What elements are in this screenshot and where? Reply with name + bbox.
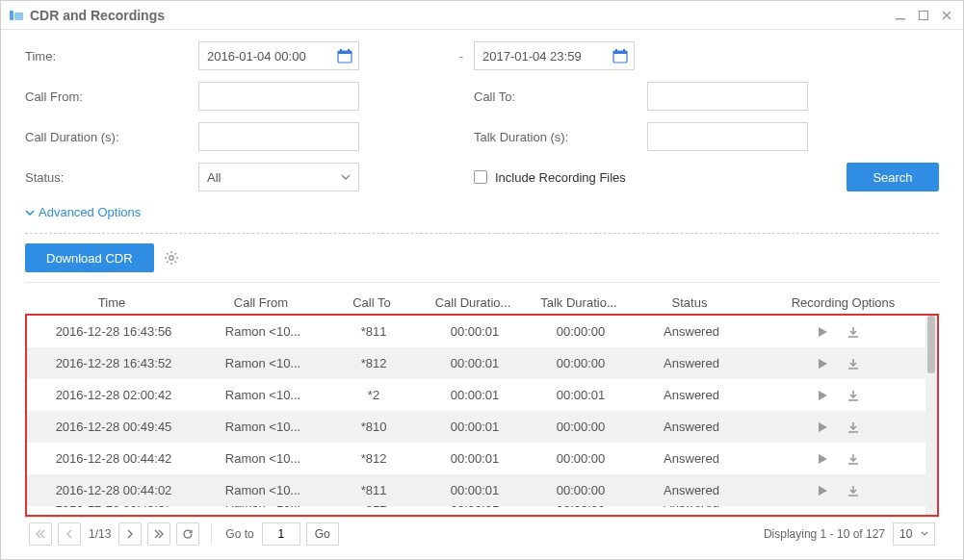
cell-call-from: Ramon <10... xyxy=(200,356,326,370)
play-recording-button[interactable] xyxy=(816,389,829,402)
search-button[interactable]: Search xyxy=(847,163,939,191)
cell-call-from: Ramon <10... xyxy=(200,324,326,339)
table-row[interactable]: 2016-12-28 00:49:45Ramon <10...*81000:00… xyxy=(27,411,925,443)
cell-talk-duration: 00:00:00 xyxy=(528,420,634,434)
chevron-down-icon xyxy=(341,174,351,180)
th-talk-duration[interactable]: Talk Duratio... xyxy=(526,295,632,310)
svg-line-20 xyxy=(167,262,169,264)
cell-call-to: *812 xyxy=(326,356,422,370)
cell-status: Answered xyxy=(634,388,749,402)
cell-status: Answered xyxy=(634,451,749,466)
cell-talk-duration: 00:00:00 xyxy=(528,324,634,339)
status-select-value: All xyxy=(207,170,221,185)
svg-rect-3 xyxy=(920,11,928,19)
include-recording-label: Include Recording Files xyxy=(495,170,626,185)
svg-rect-6 xyxy=(340,49,342,52)
title-bar: CDR and Recordings xyxy=(1,1,963,30)
play-recording-button[interactable] xyxy=(816,357,829,370)
filters: Time: 2016-01-04 00:00 - 2017-01-04 23:5… xyxy=(25,41,939,191)
page-indicator: 1/13 xyxy=(89,527,111,541)
table-header-row: Time Call From Call To Call Duratio... T… xyxy=(25,291,939,314)
time-from-input[interactable]: 2016-01-04 00:00 xyxy=(198,41,359,70)
svg-rect-7 xyxy=(348,49,350,52)
app-logo-icon xyxy=(9,8,24,23)
next-page-button[interactable] xyxy=(118,522,142,546)
th-recording-options[interactable]: Recording Options xyxy=(747,295,939,310)
cell-talk-duration: 00:00:01 xyxy=(528,388,634,402)
calendar-icon xyxy=(612,48,628,64)
prev-page-button[interactable] xyxy=(58,522,81,546)
th-status[interactable]: Status xyxy=(632,295,747,310)
page-size-value: 10 xyxy=(899,527,912,541)
table-body: 2016-12-28 16:43:56Ramon <10...*81100:00… xyxy=(27,316,925,515)
cell-recording-options xyxy=(749,420,925,434)
play-recording-button[interactable] xyxy=(816,484,829,497)
time-to-input[interactable]: 2017-01-04 23:59 xyxy=(474,41,635,70)
display-range-text: Displaying 1 - 10 of 127 xyxy=(764,527,885,541)
scrollbar-thumb[interactable] xyxy=(927,316,935,373)
cell-call-duration: 00:00:01 xyxy=(422,420,528,434)
table-row[interactable]: 2016-12-28 16:43:56Ramon <10...*81100:00… xyxy=(27,316,925,347)
table-row[interactable]: 2016-12-28 00:43:57Ramon <10...*81200:00… xyxy=(27,506,925,515)
cell-call-to: *811 xyxy=(326,483,422,497)
include-recording-checkbox[interactable]: Include Recording Files xyxy=(474,170,847,185)
status-select[interactable]: All xyxy=(198,163,359,191)
last-page-button[interactable] xyxy=(147,522,170,546)
th-call-to[interactable]: Call To xyxy=(324,295,420,310)
svg-line-17 xyxy=(167,253,169,255)
th-call-duration[interactable]: Call Duratio... xyxy=(420,295,526,310)
call-to-input[interactable] xyxy=(647,82,808,111)
svg-rect-11 xyxy=(623,49,625,52)
page-size-select[interactable]: 10 xyxy=(893,522,935,546)
window: CDR and Recordings Time: 2016-01-04 00:0… xyxy=(0,0,964,560)
download-recording-button[interactable] xyxy=(847,325,860,339)
maximize-button[interactable] xyxy=(915,7,932,24)
first-page-button[interactable] xyxy=(29,522,52,546)
minimize-button[interactable] xyxy=(892,7,909,24)
close-button[interactable] xyxy=(938,7,955,24)
table-row[interactable]: 2016-12-28 16:43:52Ramon <10...*81200:00… xyxy=(27,347,925,379)
table-row[interactable]: 2016-12-28 00:44:42Ramon <10...*81200:00… xyxy=(27,443,925,474)
download-recording-button[interactable] xyxy=(847,389,860,402)
play-recording-button[interactable] xyxy=(816,420,829,434)
download-cdr-button[interactable]: Download CDR xyxy=(25,243,154,272)
play-recording-button[interactable] xyxy=(816,325,829,339)
cell-time: 2016-12-28 00:49:45 xyxy=(27,420,200,434)
cell-talk-duration: 00:00:00 xyxy=(528,356,634,370)
advanced-options-toggle[interactable]: Advanced Options xyxy=(25,205,939,229)
goto-page-button[interactable]: Go xyxy=(306,522,339,546)
cell-status: Answered xyxy=(634,506,749,515)
download-recording-button[interactable] xyxy=(847,420,860,434)
goto-page-input[interactable] xyxy=(262,522,300,546)
download-recording-button[interactable] xyxy=(847,452,860,466)
play-recording-button[interactable] xyxy=(816,452,829,466)
table-row[interactable]: 2016-12-28 02:00:42Ramon <10...*200:00:0… xyxy=(27,379,925,411)
call-to-label: Call To: xyxy=(474,89,647,104)
vertical-scrollbar[interactable] xyxy=(925,316,937,515)
call-from-input[interactable] xyxy=(198,82,359,111)
calendar-icon xyxy=(337,48,352,64)
cell-time: 2016-12-28 00:43:57 xyxy=(27,506,200,515)
th-time[interactable]: Time xyxy=(25,295,198,310)
table-row[interactable]: 2016-12-28 00:44:02Ramon <10...*81100:00… xyxy=(27,474,925,506)
cell-time: 2016-12-28 00:44:02 xyxy=(27,483,200,497)
cell-recording-options xyxy=(749,389,925,402)
talk-duration-input[interactable] xyxy=(647,122,808,151)
settings-button[interactable] xyxy=(164,250,179,266)
cell-talk-duration: 00:00:00 xyxy=(528,506,634,515)
cell-call-duration: 00:00:01 xyxy=(422,451,528,466)
call-duration-label: Call Duration (s): xyxy=(25,130,198,144)
cell-status: Answered xyxy=(634,324,749,339)
download-recording-button[interactable] xyxy=(847,484,860,497)
toolbar: Download CDR xyxy=(25,243,939,283)
th-call-from[interactable]: Call From xyxy=(198,295,324,310)
download-recording-button[interactable] xyxy=(847,357,860,370)
refresh-button[interactable] xyxy=(176,522,199,546)
talk-duration-label: Talk Duration (s): xyxy=(474,130,647,144)
cell-call-from: Ramon <10... xyxy=(200,483,326,497)
table-body-highlight: 2016-12-28 16:43:56Ramon <10...*81100:00… xyxy=(25,314,939,517)
status-label: Status: xyxy=(25,170,198,185)
cell-call-to: *812 xyxy=(326,506,422,515)
call-duration-input[interactable] xyxy=(198,122,359,151)
divider xyxy=(211,524,212,544)
